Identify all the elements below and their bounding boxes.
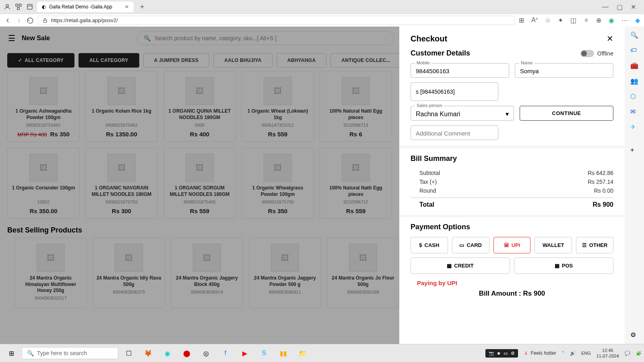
url-input[interactable]: https://retail.galla.app/posv2/ xyxy=(38,16,515,25)
pay-other-button[interactable]: ☰OTHER xyxy=(576,237,613,253)
pay-credit-button[interactable]: ▦CREDIT xyxy=(411,257,510,274)
toggle-icon[interactable] xyxy=(580,50,594,57)
card-icon: ▭ xyxy=(459,242,464,248)
clock[interactable]: 12:45 11-07-2024 xyxy=(597,348,619,359)
search-sidebar-icon[interactable]: 🔍 xyxy=(630,31,638,39)
svg-rect-6 xyxy=(43,20,47,23)
svg-rect-2 xyxy=(19,4,21,6)
pay-card-button[interactable]: ▭CARD xyxy=(452,237,489,253)
payment-grid: $CASH ▭CARD 🏛UPI WALLET ☰OTHER xyxy=(411,237,613,253)
paying-by-label: Paying by UPI xyxy=(411,280,613,286)
mobile-suggest[interactable]: s [9844506163] xyxy=(411,82,498,101)
svg-rect-4 xyxy=(27,4,32,9)
tab-close-icon[interactable]: ✕ xyxy=(125,4,129,10)
camera-icon: 📷 xyxy=(489,351,494,356)
notifications-icon[interactable]: 💬 xyxy=(625,351,630,356)
shopping-icon[interactable]: 🏷 xyxy=(630,47,638,55)
skype-icon[interactable]: S xyxy=(255,346,273,360)
collections-icon[interactable]: ⊕ xyxy=(596,16,601,24)
address-bar-right: ⊞ AA ☆ ✦ ◫ ✧ ⊕ ◉ ⋯ ◆ xyxy=(519,16,640,24)
comment-field[interactable] xyxy=(411,125,498,140)
list-icon: ☰ xyxy=(582,242,587,248)
comment-input[interactable] xyxy=(416,130,493,137)
mobile-field[interactable]: Mobile xyxy=(411,63,509,78)
star-icon[interactable]: ☆ xyxy=(545,16,551,24)
people-icon[interactable]: 👥 xyxy=(630,77,638,85)
app-icon[interactable]: ▮▮ xyxy=(275,346,292,360)
explorer-icon[interactable]: 📁 xyxy=(294,346,312,360)
video-icon: ■ xyxy=(497,351,500,356)
pay-pos-button[interactable]: ▦POS xyxy=(514,257,613,274)
tools-icon[interactable]: 🧰 xyxy=(630,62,638,70)
close-window-icon[interactable]: ✕ xyxy=(631,3,636,11)
jigsaw-icon[interactable]: 🧩 xyxy=(636,351,642,356)
checkout-title: Checkout xyxy=(411,34,447,43)
maximize-icon[interactable]: ▢ xyxy=(617,3,623,11)
svg-point-0 xyxy=(6,4,8,7)
back-icon[interactable] xyxy=(4,17,11,24)
pay-wallet-button[interactable]: WALLET xyxy=(535,237,572,253)
thermometer-icon: 🌡 xyxy=(524,350,528,356)
weather[interactable]: 🌡 Feels hotter xyxy=(524,350,556,356)
mic-icon: ▭ xyxy=(504,351,508,356)
checkout-header: Checkout ✕ xyxy=(411,34,613,43)
bill-summary-label: Bill Summary xyxy=(411,154,613,163)
continue-button[interactable]: CONTINUE xyxy=(520,106,613,121)
grammarly-icon[interactable]: ◉ xyxy=(609,16,614,24)
edge-sidebar: 🔍 🏷 🧰 👥 ⬡ ✉ ✈ + ⚙ xyxy=(625,27,644,344)
tab-actions-icon[interactable] xyxy=(26,3,34,11)
lock-icon xyxy=(42,18,48,23)
forward-icon xyxy=(15,17,23,24)
plus-sidebar-icon[interactable]: + xyxy=(630,146,638,154)
sales-person-select[interactable]: Sales person Rachna Kumari ▾ xyxy=(411,106,514,121)
facebook-icon[interactable]: f xyxy=(217,346,234,360)
copilot-icon[interactable]: ◆ xyxy=(635,16,640,24)
extensions-icon[interactable]: ✦ xyxy=(558,16,563,24)
speaker-icon[interactable]: 🔊 xyxy=(570,351,576,356)
offline-toggle[interactable]: Offline xyxy=(580,50,613,57)
browser-chrome: ◐ Galla Retail Demo -Galla App ✕ + — ▢ ✕… xyxy=(0,0,644,27)
tab-favicon-icon: ◐ xyxy=(42,4,46,10)
profile-icon[interactable] xyxy=(3,3,11,11)
tab-title: Galla Retail Demo -Galla App xyxy=(49,4,112,10)
office-icon[interactable]: ⬡ xyxy=(630,93,638,101)
tray-block[interactable]: 📷 ■ ▭ ⚙ xyxy=(485,349,518,358)
new-tab-button[interactable]: + xyxy=(137,3,148,11)
settings-sidebar-icon[interactable]: ⚙ xyxy=(630,331,638,339)
favorites-icon[interactable]: ✧ xyxy=(584,16,589,24)
tray-expand-icon[interactable]: ˄ xyxy=(562,351,564,356)
outlook-icon[interactable]: ✉ xyxy=(630,108,638,116)
record-icon[interactable]: ⬤ xyxy=(178,346,196,360)
youtube-icon[interactable]: ▶ xyxy=(236,346,254,360)
search-icon: 🔍 xyxy=(27,350,34,356)
mobile-input[interactable] xyxy=(416,68,504,74)
taskbar-search[interactable]: 🔍 Type here to search xyxy=(22,347,118,359)
sales-person-value: Rachna Kumari xyxy=(416,111,460,118)
svg-rect-1 xyxy=(16,4,18,6)
pos-icon: ▦ xyxy=(555,263,559,269)
browser-tab[interactable]: ◐ Galla Retail Demo -Galla App ✕ xyxy=(37,2,134,12)
svg-rect-3 xyxy=(17,8,19,10)
name-input[interactable] xyxy=(520,68,608,74)
refresh-icon[interactable] xyxy=(27,17,34,24)
start-icon[interactable]: ⊞ xyxy=(2,346,20,360)
send-icon[interactable]: ✈ xyxy=(630,123,638,131)
checkout-close-icon[interactable]: ✕ xyxy=(607,34,613,43)
url-text: https://retail.galla.app/posv2/ xyxy=(51,17,118,23)
pay-upi-button[interactable]: 🏛UPI xyxy=(493,237,531,253)
firefox-icon[interactable]: 🦊 xyxy=(139,346,157,360)
task-view-icon[interactable]: ☐ xyxy=(120,346,138,360)
app-icon[interactable]: ⊞ xyxy=(519,16,524,24)
split-icon[interactable]: ◫ xyxy=(570,16,576,24)
lang-indicator[interactable]: ENG xyxy=(581,351,591,356)
chrome-icon[interactable]: ◎ xyxy=(197,346,215,360)
tab-bar: ◐ Galla Retail Demo -Galla App ✕ + — ▢ ✕ xyxy=(0,0,644,14)
name-field[interactable]: Name xyxy=(515,63,613,78)
reader-icon[interactable]: AA xyxy=(531,16,538,24)
edge-icon[interactable]: ◉ xyxy=(159,346,176,360)
minimize-icon[interactable]: — xyxy=(602,3,609,11)
credit-icon: ▦ xyxy=(447,263,452,269)
menu-icon[interactable]: ⋯ xyxy=(621,16,628,24)
pay-cash-button[interactable]: $CASH xyxy=(411,237,448,253)
workspaces-icon[interactable] xyxy=(14,3,23,11)
